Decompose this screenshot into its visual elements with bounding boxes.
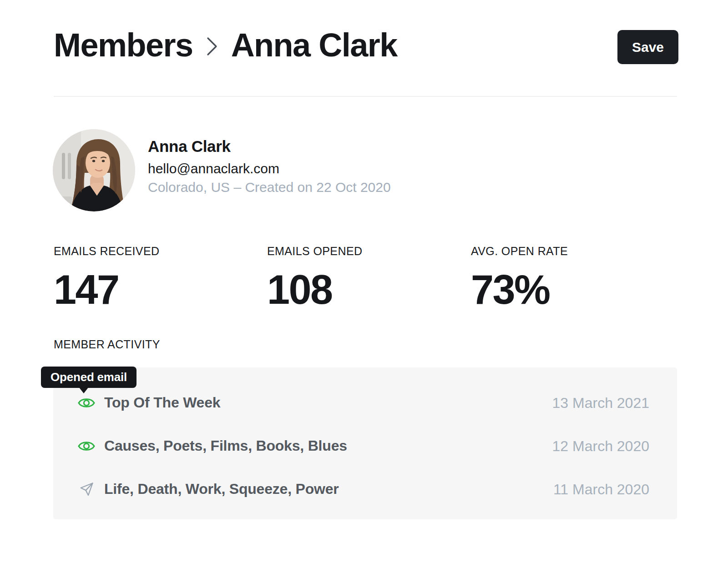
avatar [53,129,135,211]
activity-title: Top Of The Week [104,394,220,411]
activity-date: 12 March 2020 [552,437,649,454]
activity-date: 11 March 2020 [553,481,649,498]
opened-email-tooltip: Opened email [41,367,136,388]
eye-icon [78,397,95,409]
stat-value: 73% [471,269,568,310]
stat-label: EMAILS OPENED [267,246,362,257]
eye-icon [78,440,95,452]
stat-value: 108 [267,269,362,310]
stat-value: 147 [54,269,159,310]
breadcrumb-members-link[interactable]: Members [54,26,193,64]
tooltip-label: Opened email [51,370,127,384]
stat-emails-opened: EMAILS OPENED 108 [267,246,362,310]
activity-title: Causes, Poets, Films, Books, Blues [104,437,347,454]
activity-row-opened-1: Top Of The Week 13 March 2021 [53,381,677,424]
member-detail-page: Members Anna Clark Save [0,0,728,573]
member-activity-heading: MEMBER ACTIVITY [54,338,160,351]
activity-panel: Top Of The Week 13 March 2021 Causes, Po… [53,367,677,519]
save-button[interactable]: Save [617,30,678,64]
activity-date: 13 March 2021 [552,394,649,411]
member-email: hello@annaclark.com [148,160,279,177]
breadcrumb: Members Anna Clark [54,26,397,64]
activity-row-sent: Life, Death, Work, Squeeze, Power 11 Mar… [53,467,677,511]
send-icon [78,482,95,497]
member-meta: Colorado, US – Created on 22 Oct 2020 [148,178,391,196]
activity-row-opened-2: Causes, Poets, Films, Books, Blues 12 Ma… [53,424,677,467]
activity-title: Life, Death, Work, Squeeze, Power [104,481,339,498]
stat-emails-received: EMAILS RECEIVED 147 [54,246,159,310]
breadcrumb-current: Anna Clark [231,26,397,64]
member-name: Anna Clark [148,136,231,156]
stat-label: AVG. OPEN RATE [471,246,568,257]
avatar-photo [53,129,135,211]
chevron-right-icon [206,35,218,57]
stat-label: EMAILS RECEIVED [54,246,159,257]
tooltip-arrow-icon [79,387,89,393]
stat-avg-open-rate: AVG. OPEN RATE 73% [471,246,568,310]
header-divider [54,96,677,97]
